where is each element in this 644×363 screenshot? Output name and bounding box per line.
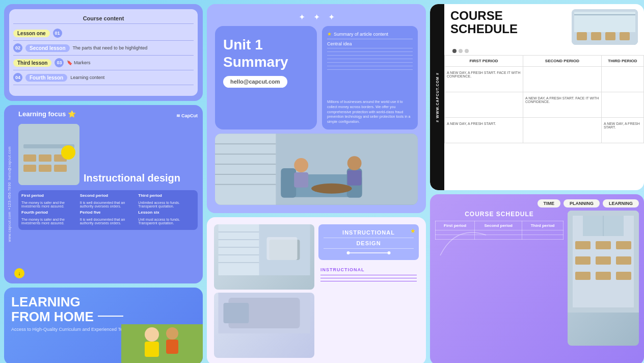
bottom-period-3: Third period [522,221,564,230]
svg-point-26 [347,156,362,170]
svg-rect-9 [121,324,203,363]
side-bar: # WWW.CAPCUT.COM # [430,4,444,190]
underline-2 [320,278,417,278]
star-1: ✦ [299,12,305,22]
star-decoration: ★ [410,227,416,235]
card-course-content: Course content Lesson one 01 02 Second l… [4,4,203,101]
schedule-cell-2-2: A NEW DAY, A FRESH START. FACE IT WITH C… [523,92,601,118]
kids-image [121,324,203,363]
dot-3 [465,49,469,53]
svg-rect-5 [39,154,51,162]
table-header-p2: Second period [80,193,137,198]
period-header-1: FIRST PERIOD [445,56,523,67]
underline-1 [320,275,417,275]
id-classroom-image [18,124,79,185]
card4-table: First period Second period Third period … [18,190,198,230]
schedule-cell-3-2 [523,118,601,143]
lesson-content-4: Learning content [70,75,194,80]
lesson-num-1: 01 [53,29,62,38]
svg-rect-40 [224,303,249,323]
svg-rect-49 [620,32,630,40]
instructional-label-area: INSTRUCTIONAL [318,263,419,288]
right-column: # WWW.CAPCUT.COM # COURSE SCHEDULE [430,4,644,363]
contact-phone: +123-456-7890 [8,182,11,210]
svg-rect-56 [575,256,591,265]
svg-point-42 [347,251,350,254]
svg-rect-1 [23,165,36,172]
schedule-row-2: A NEW DAY, A FRESH START. FACE IT WITH C… [445,92,644,118]
lesson-badge-1: Lesson one [13,30,50,37]
svg-rect-53 [575,241,591,249]
article-lines [327,50,413,95]
learning-button[interactable]: LEARNING [603,199,639,208]
svg-point-12 [166,327,178,340]
action-buttons-row: TIME PLANNING LEARNING [435,199,639,208]
lesson-row-2: 02 Second lesson The parts that need to … [13,41,194,56]
course-content-header: Course content [13,13,194,24]
classroom-photo-top [572,9,638,45]
learning-focus-label: Learning focus ⭐ [18,110,76,118]
lesson-badge-2: Second lesson [25,44,70,52]
svg-rect-47 [591,32,601,40]
period-header-3: THIRD PERIOD [601,56,643,67]
svg-rect-55 [616,241,631,249]
unit-summary-box: Unit 1 Summary hello@capcut.com [215,26,317,129]
instructional-design-box: ★ INSTRUCTIONAL DESIGN [318,224,419,260]
schedule-cell-1-3 [601,67,643,92]
dots-row [444,47,644,55]
classroom-photo-bottom [568,211,639,346]
contact-email: hello@capcut.com [8,146,11,180]
table-header-p6: Lesson six [138,210,195,215]
lesson-num-2: 02 [13,43,22,53]
lesson-content-3: 🔖 Markers [67,60,194,65]
article-item-1: ★ Summary of article content [327,31,413,39]
schedule-cell-3-3: A NEW DAY, A FRESH START. [601,118,643,143]
lesson-row-4: 04 Fourth lesson Learning content [13,70,194,85]
card-unit-summary: ✦ ✦ ✦ Unit 1 Summary hello@capcut.com ★ … [207,4,426,213]
lesson-num-4: 04 [13,73,22,82]
svg-rect-27 [294,172,308,188]
middle-column: ✦ ✦ ✦ Unit 1 Summary hello@capcut.com ★ … [207,4,426,363]
article-summary-label: Summary of article content [334,32,388,37]
svg-rect-48 [605,32,615,40]
svg-point-25 [294,158,308,172]
dot-2 [459,49,463,53]
learning-home-title: LEARNING FROM HOME [11,295,196,324]
svg-point-24 [311,184,352,194]
side-bar-text: # WWW.CAPCUT.COM # [436,72,439,122]
svg-point-43 [388,251,391,254]
table-cell-2-2: It is well documented that an authority … [80,218,137,225]
time-button[interactable]: TIME [538,199,561,208]
planning-button[interactable]: PLANNING [564,199,600,208]
card-learning-from-home: LEARNING FROM HOME Access to High-Qualit… [4,288,203,363]
table-cell-1-1: The money is safer and the investments m… [21,201,78,208]
lesson-badge-4: Fourth lesson [25,74,67,82]
bottom-photo-2 [214,293,314,358]
dot-1 [452,49,457,53]
schedule-cell-1-2 [523,67,601,92]
underline-3 [320,281,417,281]
table-cell-1-3: Unlimited access to funds. Transparent q… [138,201,195,208]
svg-rect-37 [267,237,298,260]
course-schedule-title-1: COURSE [450,9,518,22]
capcut-logo: ≋ CapCut [176,113,198,118]
article-body: Millions of businesses around the world … [327,99,413,124]
instr-design-title-2: DESIGN [324,240,414,246]
schedule-cell-1-1: A NEW DAY, A FRESH START. FACE IT WITH C… [445,67,523,92]
schedule-cell-2-3 [601,92,643,118]
lesson-row-3: Third lesson 03 🔖 Markers [13,56,194,70]
table-cell-1-2: It is well documented that an authority … [80,201,137,208]
email-badge: hello@capcut.com [223,76,287,88]
instructional-design-title: Instructional design [84,172,198,184]
instructional-label: INSTRUCTIONAL [320,267,417,272]
svg-rect-60 [596,272,611,280]
card-instructional-design: hello@capcut.com +123-456-7890 www.capcu… [4,105,203,283]
table-header-p4: Fourth period [21,210,78,215]
side-contact: hello@capcut.com +123-456-7890 www.capcu… [4,105,14,283]
star-3: ✦ [328,12,335,22]
schedule-table: FIRST PERIOD SECOND PERIOD THIRD PERIOD … [444,55,644,143]
schedule-cell-2-1 [445,92,523,118]
left-column: Course content Lesson one 01 02 Second l… [4,4,203,363]
svg-rect-46 [577,32,587,40]
svg-rect-57 [596,256,611,265]
